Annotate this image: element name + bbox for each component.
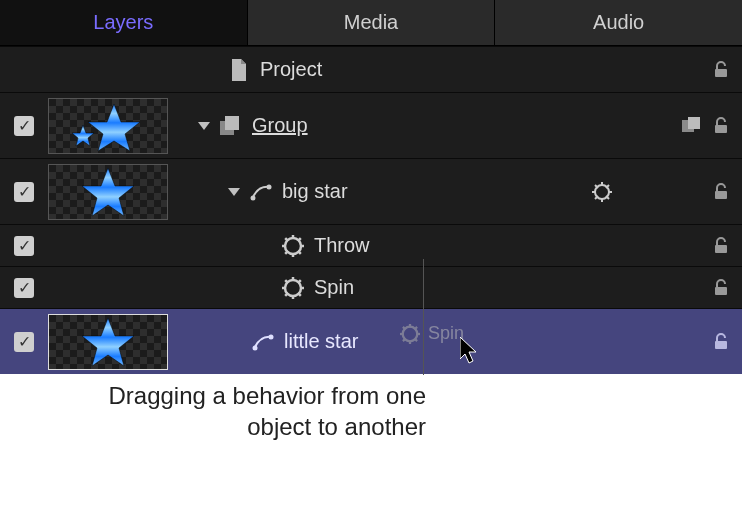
svg-rect-30 <box>715 245 727 253</box>
svg-marker-53 <box>460 337 476 363</box>
group-thumbnail[interactable] <box>48 98 168 154</box>
svg-rect-54 <box>715 341 727 349</box>
row-project[interactable]: Project <box>0 46 742 92</box>
shape-layer-icon <box>250 183 272 201</box>
svg-point-10 <box>267 184 272 189</box>
lock-icon[interactable] <box>712 117 730 135</box>
svg-marker-41 <box>82 318 134 366</box>
visibility-checkbox[interactable]: ✓ <box>14 182 34 202</box>
gear-icon[interactable] <box>592 182 612 202</box>
project-label: Project <box>260 58 322 81</box>
svg-point-44 <box>403 326 418 341</box>
visibility-checkbox[interactable]: ✓ <box>14 278 34 298</box>
document-icon <box>230 59 248 81</box>
visibility-checkbox[interactable]: ✓ <box>14 332 34 352</box>
annotation-text: Dragging a behavior from one object to a… <box>100 380 426 442</box>
spin-label: Spin <box>314 276 354 299</box>
svg-marker-8 <box>82 168 134 216</box>
row-spin-behavior[interactable]: ✓ Spin <box>0 266 742 308</box>
lock-icon[interactable] <box>712 279 730 297</box>
disclosure-triangle-icon[interactable] <box>198 122 210 130</box>
row-throw-behavior[interactable]: ✓ Throw <box>0 224 742 266</box>
shape-layer-icon <box>252 333 274 351</box>
tab-media[interactable]: Media <box>248 0 496 45</box>
svg-rect-6 <box>688 117 700 129</box>
svg-rect-0 <box>715 69 727 77</box>
littlestar-thumbnail[interactable] <box>48 314 168 370</box>
svg-rect-7 <box>715 125 727 133</box>
group-stack-icon <box>220 116 242 136</box>
svg-marker-1 <box>88 104 140 151</box>
lock-icon[interactable] <box>712 333 730 351</box>
drag-ghost-label: Spin <box>428 323 464 344</box>
bigstar-label: big star <box>282 180 348 203</box>
behavior-gear-icon <box>282 277 304 299</box>
svg-rect-40 <box>715 287 727 295</box>
visibility-checkbox[interactable]: ✓ <box>14 116 34 136</box>
drag-ghost: Spin <box>400 323 464 344</box>
visibility-checkbox[interactable]: ✓ <box>14 236 34 256</box>
row-group[interactable]: ✓ Group <box>0 92 742 158</box>
bigstar-thumbnail[interactable] <box>48 164 168 220</box>
tab-layers-label: Layers <box>93 11 153 34</box>
behavior-gear-icon <box>282 235 304 257</box>
layers-mode-icon[interactable] <box>682 117 702 135</box>
littlestar-label: little star <box>284 330 358 353</box>
tab-audio[interactable]: Audio <box>495 0 742 45</box>
throw-label: Throw <box>314 234 370 257</box>
tab-layers[interactable]: Layers <box>0 0 248 45</box>
lock-icon[interactable] <box>712 237 730 255</box>
disclosure-triangle-icon[interactable] <box>228 188 240 196</box>
row-big-star[interactable]: ✓ big star <box>0 158 742 224</box>
svg-line-50 <box>415 338 418 341</box>
callout-line <box>423 259 424 375</box>
lock-icon[interactable] <box>712 183 730 201</box>
lock-icon[interactable] <box>712 61 730 79</box>
tab-audio-label: Audio <box>593 11 644 34</box>
svg-line-52 <box>415 326 418 329</box>
behavior-gear-icon <box>400 324 420 344</box>
svg-line-51 <box>403 338 406 341</box>
svg-rect-20 <box>715 191 727 199</box>
svg-point-9 <box>251 195 256 200</box>
tab-media-label: Media <box>344 11 398 34</box>
svg-point-43 <box>269 334 274 339</box>
tab-bar: Layers Media Audio <box>0 0 742 46</box>
svg-point-42 <box>253 345 258 350</box>
svg-line-49 <box>403 326 406 329</box>
svg-marker-2 <box>72 125 94 146</box>
row-little-star[interactable]: ✓ little star Spin <box>0 308 742 374</box>
layers-panel: Layers Media Audio Project ✓ <box>0 0 742 374</box>
group-label: Group <box>252 114 308 137</box>
svg-rect-4 <box>225 116 239 130</box>
mouse-cursor-icon <box>460 337 482 370</box>
